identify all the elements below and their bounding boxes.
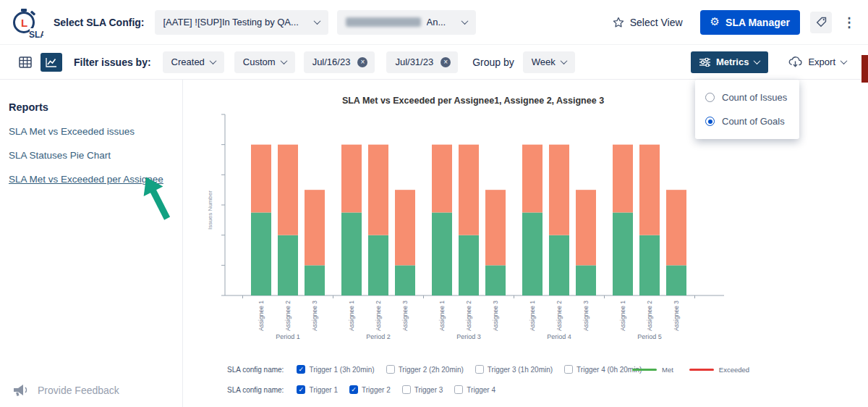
table-view-button[interactable] bbox=[17, 55, 33, 70]
assignee-tick-label: Assignee 2 bbox=[284, 301, 292, 331]
bar-met[interactable] bbox=[432, 212, 452, 295]
date-from-chip[interactable]: Jul/16/23 × bbox=[304, 51, 375, 73]
reports-sidebar: Reports SLA Met vs Exceeded issues SLA S… bbox=[0, 80, 183, 407]
checkbox-icon[interactable] bbox=[297, 385, 305, 394]
assignee-value: An... bbox=[427, 17, 446, 28]
sla-manager-button[interactable]: ⚙ SLA Manager bbox=[700, 10, 800, 35]
sla-config-filter-row-2: SLA config name: Trigger 1 Trigger 2 Tri… bbox=[227, 385, 495, 394]
bar-met[interactable] bbox=[278, 235, 298, 295]
trigger4-checkbox-item[interactable]: Trigger 4 bbox=[454, 385, 495, 394]
radio-icon[interactable] bbox=[705, 93, 715, 102]
bar-exceeded[interactable] bbox=[485, 190, 506, 265]
checkbox-icon[interactable] bbox=[386, 365, 395, 374]
bar-exceeded[interactable] bbox=[278, 145, 298, 235]
bar-exceeded[interactable] bbox=[368, 145, 388, 235]
trigger2-checkbox-item[interactable]: Trigger 2 bbox=[349, 385, 391, 394]
bar-met[interactable] bbox=[613, 212, 633, 295]
bar-met[interactable] bbox=[639, 235, 660, 295]
clear-date-to-icon[interactable]: × bbox=[441, 57, 451, 67]
chevron-down-icon bbox=[461, 17, 468, 25]
legend-exceeded[interactable]: Exceeded bbox=[689, 366, 749, 374]
sliders-icon bbox=[699, 58, 710, 67]
more-menu-button[interactable]: ⋮ bbox=[841, 12, 858, 33]
tag-icon bbox=[816, 17, 827, 28]
y-axis-label: Issues Number bbox=[207, 190, 213, 230]
legend-met[interactable]: Met bbox=[632, 366, 673, 374]
checkbox-icon[interactable] bbox=[297, 365, 305, 374]
radio-icon[interactable] bbox=[705, 117, 715, 126]
chevron-down-icon bbox=[841, 57, 848, 64]
provide-feedback-button[interactable]: Provide Feedback bbox=[12, 382, 119, 398]
bar-met[interactable] bbox=[305, 265, 325, 295]
app-root: L SLA Select SLA Config: [AATE] ![SUP]In… bbox=[0, 0, 868, 407]
bar-exceeded[interactable] bbox=[305, 190, 325, 265]
sla-config-name-label: SLA config name: bbox=[227, 386, 284, 394]
select-view-label: Select View bbox=[630, 17, 683, 28]
bar-met[interactable] bbox=[485, 265, 506, 295]
bar-met[interactable] bbox=[341, 212, 362, 295]
chevron-down-icon bbox=[280, 57, 287, 64]
assignee-dropdown[interactable]: An... bbox=[337, 10, 476, 35]
bar-exceeded[interactable] bbox=[613, 145, 633, 213]
sidebar-item-met-vs-exceeded-issues[interactable]: SLA Met vs Exceeded issues bbox=[9, 126, 174, 137]
select-config-label: Select SLA Config: bbox=[54, 17, 145, 28]
bar-met[interactable] bbox=[576, 265, 596, 295]
group-by-dropdown[interactable]: Week bbox=[523, 51, 575, 73]
bar-met[interactable] bbox=[395, 265, 415, 295]
bar-met[interactable] bbox=[368, 235, 388, 295]
bar-met[interactable] bbox=[666, 265, 686, 295]
bar-met[interactable] bbox=[251, 212, 271, 295]
chart-view-button[interactable] bbox=[41, 53, 62, 72]
logo-text: SLA bbox=[29, 30, 43, 39]
date-to-chip[interactable]: Jul/31/23 × bbox=[386, 51, 458, 73]
metrics-option-count-of-goals[interactable]: Count of Goals bbox=[695, 109, 799, 133]
bar-exceeded[interactable] bbox=[522, 145, 542, 213]
select-view-button[interactable]: Select View bbox=[605, 10, 690, 35]
metrics-button[interactable]: Metrics bbox=[691, 51, 769, 73]
trigger3-checkbox-item[interactable]: Trigger 3 bbox=[402, 385, 443, 394]
sla-config-dropdown[interactable]: [AATE] ![SUP]In Testing by QA... bbox=[155, 10, 328, 35]
label-tag-button[interactable] bbox=[810, 12, 832, 33]
assignee-tick-label: Assignee 3 bbox=[401, 301, 409, 331]
date-range-dropdown[interactable]: Custom bbox=[234, 51, 295, 73]
date-from-value: Jul/16/23 bbox=[312, 56, 351, 67]
sidebar-item-met-vs-exceeded-per-assignee[interactable]: SLA Met vs Exceeded per Assignee bbox=[9, 174, 174, 185]
created-dropdown[interactable]: Created bbox=[163, 51, 224, 73]
bar-exceeded[interactable] bbox=[432, 145, 452, 213]
trigger1-checkbox-item[interactable]: Trigger 1 (3h 20min) bbox=[297, 365, 374, 374]
scroll-indicator[interactable] bbox=[861, 55, 868, 83]
bar-exceeded[interactable] bbox=[666, 190, 686, 265]
bar-met[interactable] bbox=[459, 235, 479, 295]
star-icon bbox=[613, 17, 624, 28]
bar-exceeded[interactable] bbox=[549, 145, 569, 235]
bar-exceeded[interactable] bbox=[251, 145, 271, 213]
checkbox-icon[interactable] bbox=[402, 385, 411, 394]
bar-met[interactable] bbox=[522, 212, 542, 295]
trigger2-checkbox-item[interactable]: Trigger 2 (2h 20min) bbox=[386, 365, 464, 374]
bar-exceeded[interactable] bbox=[576, 190, 596, 265]
bar-exceeded[interactable] bbox=[639, 145, 660, 235]
sidebar-item-sla-statuses-pie-chart[interactable]: SLA Statuses Pie Chart bbox=[9, 150, 174, 161]
checkbox-icon[interactable] bbox=[475, 365, 484, 374]
bar-exceeded[interactable] bbox=[395, 190, 415, 265]
sla-bar-chart[interactable]: Issues NumberAssignee 1Assignee 2Assigne… bbox=[203, 109, 731, 348]
trigger4-checkbox-item[interactable]: Trigger 4 (0h 20min) bbox=[564, 365, 642, 374]
clear-date-from-icon[interactable]: × bbox=[357, 57, 367, 67]
export-button[interactable]: Export bbox=[781, 51, 854, 73]
checkbox-icon[interactable] bbox=[564, 365, 573, 374]
assignee-tick-label: Assignee 1 bbox=[529, 301, 536, 331]
svg-text:L: L bbox=[21, 17, 27, 29]
bar-exceeded[interactable] bbox=[341, 145, 362, 213]
export-label: Export bbox=[808, 56, 835, 67]
trigger3-checkbox-item[interactable]: Trigger 3 (1h 20min) bbox=[475, 365, 553, 374]
trigger1-checkbox-item[interactable]: Trigger 1 bbox=[297, 385, 338, 394]
checkbox-icon[interactable] bbox=[454, 385, 463, 394]
bar-met[interactable] bbox=[549, 235, 569, 295]
sla-config-value: [AATE] ![SUP]In Testing by QA... bbox=[163, 17, 299, 28]
chevron-down-icon bbox=[754, 57, 761, 64]
bar-exceeded[interactable] bbox=[459, 145, 479, 235]
metrics-option-count-of-issues[interactable]: Count of Issues bbox=[695, 85, 799, 109]
assignee-tick-label: Assignee 1 bbox=[348, 301, 355, 331]
checkbox-icon[interactable] bbox=[349, 385, 358, 394]
sla-logo: L SLA bbox=[10, 6, 43, 39]
